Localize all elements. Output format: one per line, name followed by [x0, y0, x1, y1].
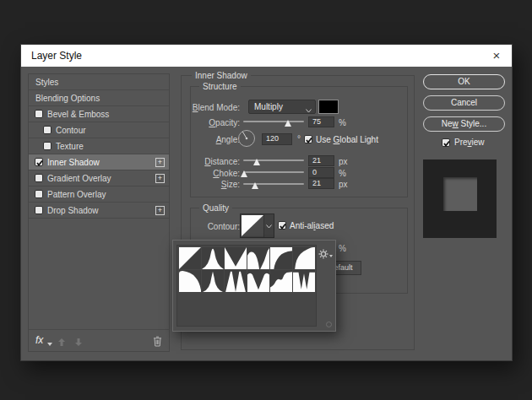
anti-aliased-checkbox[interactable]: [278, 221, 286, 230]
contour-preset-rolling-slope[interactable]: [270, 270, 292, 292]
contour-preset-cone-inverted[interactable]: [225, 247, 247, 269]
contour-picker-button[interactable]: [240, 214, 274, 238]
dialog-title: Layer Style: [31, 50, 82, 62]
angle-dial[interactable]: [237, 129, 256, 151]
opacity-input[interactable]: 75: [308, 116, 334, 127]
contour-preset-cone[interactable]: [202, 247, 224, 269]
contour-preset-cusp[interactable]: [293, 247, 315, 269]
distance-input[interactable]: 21: [308, 155, 334, 166]
contour-preset-ring-double[interactable]: [247, 270, 269, 292]
pattern-overlay-checkbox[interactable]: [35, 190, 43, 198]
sidebar-item-texture[interactable]: Texture: [29, 138, 169, 154]
move-effect-down-icon[interactable]: [74, 335, 83, 350]
angle-input[interactable]: 120: [262, 133, 292, 145]
use-global-light-label: Use Global Light: [316, 135, 378, 144]
panel-title: Inner Shadow: [192, 71, 251, 80]
check-icon: [35, 159, 44, 167]
ok-button[interactable]: OK: [423, 74, 505, 89]
sidebar-item-label: Inner Shadow: [47, 158, 100, 167]
sidebar-item-styles[interactable]: Styles: [29, 74, 169, 90]
slider-thumb[interactable]: [253, 159, 260, 165]
gradient-overlay-checkbox[interactable]: [35, 174, 43, 182]
bevel-emboss-checkbox[interactable]: [35, 110, 43, 118]
layer-style-dialog: Layer Style × Styles Blending Options Be…: [20, 44, 513, 361]
sidebar-item-label: Pattern Overlay: [47, 190, 106, 199]
check-icon: [442, 139, 451, 148]
size-input[interactable]: 21: [308, 178, 334, 189]
quality-legend: Quality: [199, 203, 232, 213]
contour-dropdown-strip[interactable]: [263, 214, 274, 237]
delete-effect-trash-icon[interactable]: [153, 335, 162, 350]
sidebar-item-blending-options[interactable]: Blending Options: [29, 90, 169, 106]
structure-group: Structure Blend Mode: Multiply Opacity: …: [190, 86, 408, 197]
blend-mode-dropdown[interactable]: Multiply: [248, 100, 316, 114]
contour-preset-cove-shallow[interactable]: [270, 247, 292, 269]
slider-track[interactable]: [243, 171, 304, 173]
sidebar-item-bevel-emboss[interactable]: Bevel & Emboss: [29, 106, 169, 122]
contour-preset-sawtooth[interactable]: [293, 270, 315, 292]
sidebar-item-drop-shadow[interactable]: Drop Shadow +: [29, 203, 169, 219]
sidebar-item-label: Styles: [35, 78, 58, 87]
size-label: Size:: [191, 180, 240, 189]
opacity-label: Opacity:: [191, 118, 240, 127]
resize-grip-icon[interactable]: [326, 322, 332, 327]
add-effect-button[interactable]: +: [155, 158, 165, 167]
slider-thumb[interactable]: [252, 182, 258, 189]
sidebar-item-gradient-overlay[interactable]: Gradient Overlay +: [29, 170, 169, 186]
dialog-titlebar[interactable]: Layer Style ×: [21, 45, 512, 67]
contour-label: Contour:: [191, 222, 240, 231]
size-slider[interactable]: [243, 180, 304, 189]
contour-preset-half-round[interactable]: [202, 270, 224, 292]
angle-unit: °: [297, 134, 301, 143]
sidebar-item-pattern-overlay[interactable]: Pattern Overlay: [29, 186, 169, 203]
contour-preset-gaussian[interactable]: [179, 270, 201, 292]
contour-preset-cove-deep[interactable]: [247, 247, 269, 269]
slider-thumb[interactable]: [285, 120, 291, 127]
chevron-down-icon: [266, 224, 272, 229]
blend-mode-label: Blend Mode:: [191, 103, 240, 112]
add-effect-button[interactable]: +: [155, 174, 165, 183]
gear-menu-caret-icon: [329, 255, 333, 257]
contour-checkbox[interactable]: [43, 126, 52, 134]
contour-preset-ring[interactable]: [225, 270, 247, 292]
distance-slider[interactable]: [243, 156, 304, 165]
inner-shadow-checkbox[interactable]: [35, 158, 43, 166]
choke-input[interactable]: 0: [308, 167, 334, 178]
contour-preset-linear[interactable]: [179, 247, 201, 269]
sidebar-item-inner-shadow[interactable]: Inner Shadow +: [29, 154, 169, 170]
cancel-button[interactable]: Cancel: [423, 95, 505, 111]
distance-label: Distance:: [191, 157, 240, 166]
contour-preset-well: [176, 245, 317, 327]
choke-slider[interactable]: [243, 168, 304, 177]
slider-track[interactable]: [243, 121, 304, 122]
use-global-light-checkbox[interactable]: [304, 135, 312, 143]
sidebar-item-label: Gradient Overlay: [47, 174, 111, 183]
opacity-unit: %: [339, 118, 346, 127]
sidebar-item-contour[interactable]: Contour: [29, 122, 169, 138]
angle-label: Angle:: [191, 135, 240, 144]
slider-track[interactable]: [243, 159, 304, 161]
anti-aliased-label: Anti-aliased: [290, 221, 334, 230]
distance-unit: px: [339, 157, 348, 166]
check-icon: [279, 222, 287, 230]
screenshot-stage: Layer Style × Styles Blending Options Be…: [0, 0, 532, 400]
sidebar-item-label: Drop Shadow: [47, 206, 99, 215]
close-icon[interactable]: ×: [486, 46, 507, 65]
new-style-button[interactable]: New Style...: [423, 116, 505, 132]
texture-checkbox[interactable]: [43, 142, 52, 150]
drop-shadow-checkbox[interactable]: [35, 206, 43, 214]
gear-icon[interactable]: [318, 247, 335, 259]
check-icon: [305, 136, 313, 144]
preview-checkbox[interactable]: [442, 138, 450, 147]
contour-preset-picker: [172, 240, 336, 332]
sidebar-item-label: Contour: [56, 126, 86, 135]
sidebar-item-label: Blending Options: [35, 94, 100, 103]
sidebar-item-label: Bevel & Emboss: [47, 110, 109, 119]
shadow-color-swatch[interactable]: [318, 100, 339, 114]
add-effect-button[interactable]: +: [155, 206, 165, 215]
move-effect-up-icon[interactable]: [57, 335, 66, 350]
fx-menu-button[interactable]: fx: [35, 334, 43, 346]
slider-thumb[interactable]: [241, 170, 247, 177]
opacity-slider[interactable]: [243, 117, 304, 127]
sidebar-item-label: Texture: [56, 142, 84, 151]
